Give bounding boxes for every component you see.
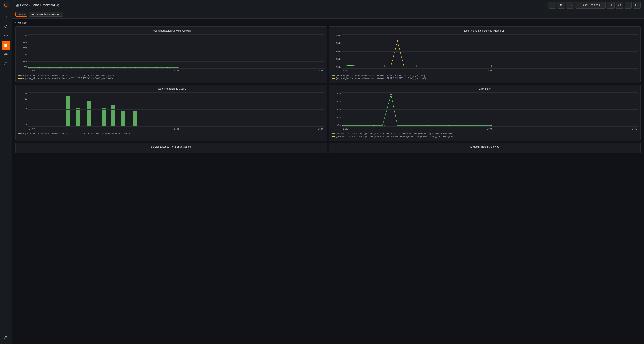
- clock-icon: [578, 4, 580, 6]
- svg-point-74: [384, 65, 385, 67]
- memory-legend: {exported_job="recommendationservice", i…: [332, 74, 638, 80]
- svg-point-29: [570, 5, 571, 5]
- refresh-button[interactable]: [616, 2, 624, 8]
- legend-item: {exported_job="recommendationservice", i…: [18, 77, 324, 80]
- legend-label: {exported_job="recommendationservice", i…: [22, 74, 115, 77]
- sidebar-item-dashboards[interactable]: [2, 41, 10, 49]
- svg-rect-77: [76, 108, 80, 126]
- recommendations-chart-area: 12 10 8 6 4 2 0: [18, 92, 324, 131]
- svg-rect-13: [6, 45, 7, 47]
- svg-rect-80: [111, 105, 114, 126]
- legend-label: {exported_job="recommendationservice", i…: [22, 77, 112, 80]
- breadcrumb-current[interactable]: Demo Dashboard: [32, 3, 55, 7]
- baseline: [28, 126, 324, 126]
- legend-color: [332, 78, 335, 79]
- sidebar-item-alerting[interactable]: [2, 60, 10, 68]
- share-icon[interactable]: [56, 4, 59, 6]
- charts-grid-bottom: Service Latency (from SpanMetrics) Endpo…: [16, 143, 640, 153]
- chevron-down-icon: [601, 4, 603, 6]
- sidebar-item-search[interactable]: [2, 22, 10, 31]
- legend-item: {instance="172.17.0.2:25270", job="otel"…: [332, 133, 638, 135]
- time-picker[interactable]: Last 15 minutes: [575, 2, 606, 8]
- cpu-legend: {exported_job="recommendationservice", i…: [18, 74, 324, 80]
- memory-chart-canvas: [342, 34, 638, 68]
- grid-line: [28, 41, 324, 41]
- legend-item: {exported_job="recommendationservice", i…: [18, 133, 324, 135]
- service-latency-panel: Service Latency (from SpanMetrics): [16, 143, 327, 153]
- refresh-icon: [618, 4, 621, 6]
- error-rate-chart-canvas: [342, 92, 638, 127]
- svg-point-2: [6, 5, 6, 5]
- service-latency-title: Service Latency (from SpanMetrics): [18, 145, 324, 148]
- svg-point-75: [491, 65, 492, 67]
- svg-marker-15: [5, 54, 6, 55]
- breadcrumb-home[interactable]: Demo: [20, 3, 28, 7]
- svg-point-73: [342, 65, 342, 67]
- legend-label: {exported_job="recommendationservice", i…: [336, 77, 426, 80]
- legend-color: [332, 75, 335, 76]
- grid-icon: [16, 3, 19, 7]
- chevron-down-small-icon: [627, 4, 629, 6]
- svg-rect-34: [636, 4, 638, 5]
- filterbar: service recommendationservice ▾: [12, 10, 644, 18]
- svg-point-84: [390, 94, 392, 95]
- svg-point-94: [470, 126, 471, 127]
- cpu-chart-panel: Recommendation Service (CPU%) 100% 80% 6…: [16, 26, 327, 83]
- error-rate-x-axis: 14:40 14:45 14:50: [342, 127, 638, 131]
- refresh-interval-button[interactable]: [625, 2, 632, 8]
- memory-y-axis: 8 MB 6 MB 4 MB 2 MB 0 MB: [332, 34, 342, 68]
- recommendations-chart-panel: Recommendations Count 12 10 8 6 4 2 0: [16, 85, 327, 141]
- endpoint-rate-panel: Endpoint Rate by Service: [329, 143, 640, 153]
- legend-item: {instance="172.17.0.2:25270", job="otel"…: [332, 135, 638, 138]
- breadcrumb: Demo / Demo Dashboard: [16, 3, 546, 7]
- sidebar-item-explore[interactable]: [2, 50, 10, 59]
- zoom-out-icon: [609, 4, 612, 6]
- error-rate-chart-title: Error Rate: [332, 87, 638, 90]
- memory-x-axis: 14:40 14:45 14:50: [342, 68, 638, 73]
- svg-point-90: [384, 126, 385, 127]
- charts-grid-top: Recommendation Service (CPU%) 100% 80% 6…: [16, 26, 640, 83]
- save-icon: [560, 4, 562, 6]
- sidebar-item-starred[interactable]: [2, 32, 10, 40]
- settings-button[interactable]: [566, 2, 574, 8]
- recommendations-y-axis: 12 10 8 6 4 2 0: [18, 92, 28, 127]
- recommendations-chart-title: Recommendations Count: [18, 87, 324, 90]
- recommendations-chart-canvas: [28, 92, 324, 127]
- legend-color: [18, 133, 22, 134]
- filter-value: recommendationservice: [32, 13, 58, 16]
- legend-color: [332, 133, 335, 134]
- svg-rect-79: [102, 108, 106, 126]
- svg-rect-18: [17, 4, 18, 5]
- svg-marker-9: [4, 34, 8, 37]
- svg-point-21: [58, 4, 59, 5]
- add-panel-button[interactable]: [548, 2, 556, 8]
- cpu-chart-area: 100% 80% 60% 40% 20% 0%: [18, 34, 324, 73]
- zoom-out-button[interactable]: [607, 2, 614, 8]
- metrics-chevron[interactable]: ▾: [16, 21, 16, 24]
- recommendations-legend: {exported_job="recommendationservice", i…: [18, 133, 324, 135]
- save-dashboard-button[interactable]: [557, 2, 565, 8]
- legend-label: {instance="172.17.0.2:25270", job="otel"…: [336, 133, 455, 135]
- svg-rect-20: [17, 5, 18, 6]
- svg-point-23: [58, 5, 59, 6]
- filter-tag-service: service: [16, 12, 27, 17]
- legend-label: {exported_job="recommendationservice", i…: [336, 74, 425, 77]
- error-rate-legend: {instance="172.17.0.2:25270", job="otel"…: [332, 133, 638, 138]
- settings-icon: [568, 4, 572, 6]
- topbar: Demo / Demo Dashboard Last 15 minutes: [12, 0, 644, 10]
- svg-line-8: [6, 27, 8, 28]
- svg-point-7: [5, 25, 7, 27]
- grafana-logo[interactable]: [2, 2, 10, 8]
- svg-point-89: [363, 126, 364, 127]
- svg-rect-12: [4, 45, 6, 47]
- tv-mode-button[interactable]: [633, 2, 640, 8]
- sidebar-collapse-button[interactable]: [2, 13, 10, 21]
- filter-dropdown-service[interactable]: recommendationservice ▾: [29, 12, 63, 17]
- svg-rect-11: [6, 44, 7, 45]
- metrics-section-header: ▾ Metrics: [16, 21, 640, 24]
- sidebar-item-profile[interactable]: [2, 333, 10, 342]
- legend-color: [332, 136, 335, 137]
- svg-rect-78: [87, 101, 91, 126]
- cpu-chart-title: Recommendation Service (CPU%): [18, 29, 324, 32]
- svg-line-25: [57, 4, 58, 5]
